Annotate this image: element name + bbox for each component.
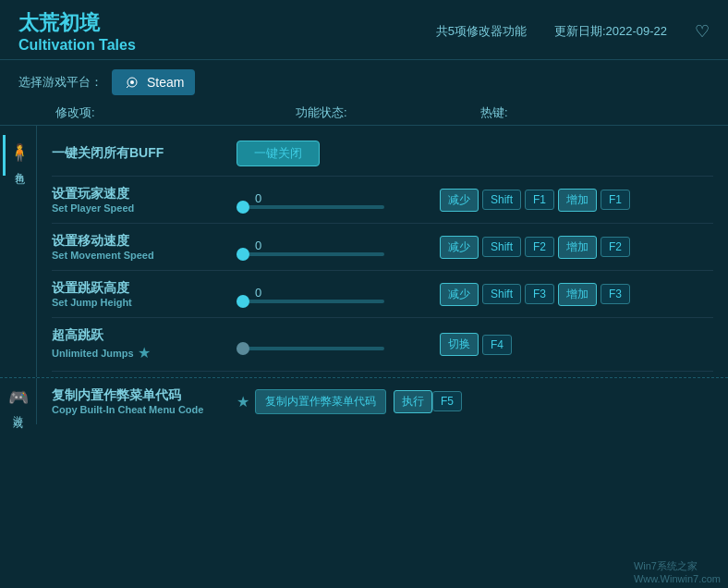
header-info: 共5项修改器功能 更新日期:2022-09-22 ♡ bbox=[436, 21, 710, 42]
update-date: 更新日期:2022-09-22 bbox=[554, 23, 667, 40]
star-icon-bottom: ★ bbox=[237, 393, 249, 410]
move-slider-track[interactable] bbox=[237, 252, 384, 256]
mod-move-zh: 设置移动速度 bbox=[52, 233, 237, 250]
heart-icon[interactable]: ♡ bbox=[695, 21, 710, 42]
mod-row-unlimited-jumps: 超高跳跃 Unlimited Jumps ★ 切换 F4 bbox=[52, 318, 713, 372]
jump-shift-key[interactable]: Shift bbox=[482, 284, 521, 304]
mod-name-unlimited-jumps: 超高跳跃 Unlimited Jumps ★ bbox=[52, 327, 237, 361]
move-slider-thumb[interactable] bbox=[237, 248, 249, 261]
table-header: 修改项: 功能状态: 热键: bbox=[0, 101, 728, 126]
col-mod: 修改项: bbox=[55, 104, 296, 121]
jump-increase-btn[interactable]: 增加 bbox=[558, 283, 597, 306]
title-zh: 太荒初境 bbox=[18, 9, 136, 37]
execute-btn[interactable]: 执行 bbox=[394, 390, 432, 413]
speed-f1-decrease-key[interactable]: F1 bbox=[525, 190, 554, 210]
mod-speed-en: Set Player Speed bbox=[52, 202, 237, 214]
jump-slider-track[interactable] bbox=[237, 300, 384, 303]
jump-f3-decrease-key[interactable]: F3 bbox=[525, 284, 554, 304]
speed-shift-key[interactable]: Shift bbox=[482, 190, 521, 210]
mod-hotkey-unlimited: 切换 F4 bbox=[440, 333, 713, 356]
mod-name-buff: 一键关闭所有BUFF bbox=[52, 145, 237, 162]
col-hotkey: 热键: bbox=[480, 104, 710, 121]
mod-status-buff: 一键关闭 bbox=[237, 141, 440, 166]
steam-label: Steam bbox=[147, 75, 184, 90]
unlimited-toggle-thumb[interactable] bbox=[237, 342, 249, 355]
jump-slider-thumb[interactable] bbox=[237, 295, 249, 308]
header: 太荒初境 Cultivation Tales 共5项修改器功能 更新日期:202… bbox=[0, 0, 728, 60]
mod-buff-zh: 一键关闭所有BUFF bbox=[52, 145, 237, 162]
star-icon-unlimited: ★ bbox=[138, 344, 151, 361]
bottom-content: 复制内置作弊菜单代码 Copy Built-In Cheat Menu Code… bbox=[37, 378, 728, 424]
speed-slider-thumb[interactable] bbox=[237, 201, 249, 214]
jump-f3-increase-key[interactable]: F3 bbox=[601, 284, 630, 304]
sidebar: 🧍 角色 bbox=[0, 126, 37, 377]
speed-increase-btn[interactable]: 增加 bbox=[558, 189, 597, 212]
move-decrease-btn[interactable]: 减少 bbox=[440, 236, 479, 259]
mod-row-buff: 一键关闭所有BUFF 一键关闭 bbox=[52, 131, 713, 177]
bottom-sidebar-label: 游戏 bbox=[11, 408, 25, 411]
unlimited-switch-btn[interactable]: 切换 bbox=[440, 333, 479, 356]
speed-value: 0 bbox=[255, 191, 440, 205]
mod-row-speed: 设置玩家速度 Set Player Speed 0 减少 Shift F1 增加… bbox=[52, 177, 713, 224]
move-f2-decrease-key[interactable]: F2 bbox=[525, 237, 554, 257]
mod-row-jump-height: 设置跳跃高度 Set Jump Height 0 减少 Shift F3 增加 … bbox=[52, 271, 713, 318]
platform-label: 选择游戏平台： bbox=[18, 74, 103, 91]
mod-speed-zh: 设置玩家速度 bbox=[52, 186, 237, 202]
toggle-buff-button[interactable]: 一键关闭 bbox=[237, 141, 320, 166]
mod-hotkey-jump-height: 减少 Shift F3 增加 F3 bbox=[440, 283, 713, 306]
copy-code-button[interactable]: 复制内置作弊菜单代码 bbox=[255, 389, 386, 414]
content-area: 一键关闭所有BUFF 一键关闭 设置玩家速度 Set Player Speed … bbox=[37, 126, 728, 377]
title-en: Cultivation Tales bbox=[18, 37, 136, 54]
mod-name-jump-height: 设置跳跃高度 Set Jump Height bbox=[52, 280, 237, 308]
mod-name-speed: 设置玩家速度 Set Player Speed bbox=[52, 186, 237, 214]
mod-unlimited-zh: 超高跳跃 bbox=[52, 327, 237, 344]
mod-status-jump-height: 0 bbox=[237, 286, 440, 303]
mod-name-move: 设置移动速度 Set Movement Speed bbox=[52, 233, 237, 261]
mod-status-move: 0 bbox=[237, 239, 440, 256]
jump-value: 0 bbox=[255, 286, 440, 300]
mod-jump-en: Set Jump Height bbox=[52, 297, 237, 308]
move-increase-btn[interactable]: 增加 bbox=[558, 236, 597, 259]
bottom-sidebar: 🎮 游戏 bbox=[0, 378, 37, 424]
mod-jump-zh: 设置跳跃高度 bbox=[52, 280, 237, 297]
platform-row: 选择游戏平台： Steam bbox=[0, 60, 728, 101]
watermark-text2: Www.Winwin7.com bbox=[634, 573, 721, 584]
bottom-f5-key[interactable]: F5 bbox=[432, 391, 462, 411]
mod-move-en: Set Movement Speed bbox=[52, 250, 237, 261]
move-value: 0 bbox=[255, 239, 440, 252]
mod-hotkey-move: 减少 Shift F2 增加 F2 bbox=[440, 236, 713, 259]
mod-unlimited-en: Unlimited Jumps bbox=[52, 348, 134, 359]
sidebar-section-character[interactable]: 🧍 角色 bbox=[3, 135, 33, 176]
bottom-mod-zh: 复制内置作弊菜单代码 bbox=[52, 387, 237, 404]
gamepad-icon: 🎮 bbox=[8, 387, 29, 408]
bottom-mod-en: Copy Built-In Cheat Menu Code bbox=[52, 404, 237, 415]
bottom-mod-name-block: 复制内置作弊菜单代码 Copy Built-In Cheat Menu Code bbox=[52, 387, 237, 415]
mod-count: 共5项修改器功能 bbox=[436, 23, 527, 40]
watermark: Win7系统之家 Www.Winwin7.com bbox=[634, 559, 721, 584]
title-block: 太荒初境 Cultivation Tales bbox=[18, 9, 136, 54]
bottom-section: 🎮 游戏 复制内置作弊菜单代码 Copy Built-In Cheat Menu… bbox=[0, 377, 728, 424]
move-f2-increase-key[interactable]: F2 bbox=[601, 237, 630, 257]
watermark-text1: Win7系统之家 bbox=[634, 560, 698, 571]
mod-row-move: 设置移动速度 Set Movement Speed 0 减少 Shift F2 … bbox=[52, 224, 713, 271]
speed-decrease-btn[interactable]: 减少 bbox=[440, 189, 479, 212]
unlimited-f4-key[interactable]: F4 bbox=[482, 335, 512, 355]
unlimited-toggle-track[interactable] bbox=[237, 347, 384, 350]
move-shift-key[interactable]: Shift bbox=[482, 237, 521, 257]
mod-status-unlimited bbox=[237, 339, 440, 350]
svg-point-2 bbox=[130, 80, 134, 84]
mod-hotkey-speed: 减少 Shift F1 增加 F1 bbox=[440, 189, 713, 212]
speed-slider-track[interactable] bbox=[237, 205, 384, 209]
sidebar-character-label: 角色 bbox=[13, 165, 27, 168]
col-status: 功能状态: bbox=[296, 104, 480, 121]
steam-icon bbox=[123, 73, 141, 92]
jump-decrease-btn[interactable]: 减少 bbox=[440, 283, 479, 306]
main-content: 🧍 角色 一键关闭所有BUFF 一键关闭 设置玩家速度 Set Player S… bbox=[0, 126, 728, 377]
character-icon: 🧍 bbox=[9, 142, 30, 163]
speed-f1-increase-key[interactable]: F1 bbox=[601, 190, 630, 210]
mod-status-speed: 0 bbox=[237, 191, 440, 209]
steam-button[interactable]: Steam bbox=[112, 69, 195, 95]
